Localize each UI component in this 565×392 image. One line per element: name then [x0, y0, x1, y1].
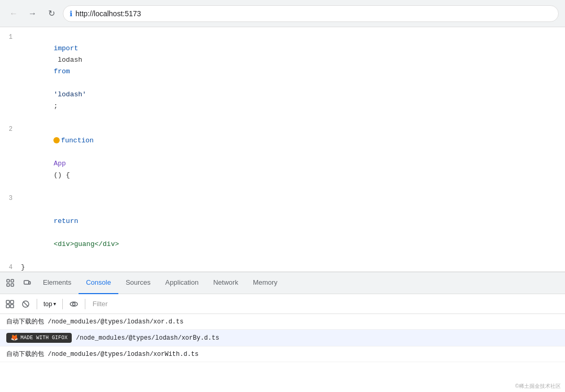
tab-memory[interactable]: Memory: [246, 272, 285, 294]
console-toolbar: top ▾: [0, 294, 565, 314]
code-line-1: 1 import lodash from 'lodash' ;: [0, 31, 565, 124]
devtools-panel: Elements Console Sources Application Net…: [0, 272, 565, 392]
svg-rect-6: [6, 300, 9, 304]
code-line-3: 3 return <div>guang</div>: [0, 193, 565, 262]
device-toolbar-button[interactable]: [19, 275, 36, 292]
line-number-2: 2: [0, 124, 21, 135]
console-log-area: 自动下载的包 /node_modules/@types/lodash/xor.d…: [0, 314, 565, 392]
breakpoint-indicator: [53, 137, 60, 143]
info-icon: ℹ: [70, 9, 72, 18]
log-entry-1: 自动下载的包 /node_modules/@types/lodash/xor.d…: [0, 314, 565, 330]
context-selector[interactable]: top ▾: [41, 299, 58, 309]
tab-elements[interactable]: Elements: [36, 272, 79, 294]
gifox-badge: 🦊 MADE WITH GIFOX: [6, 333, 72, 343]
filter-input[interactable]: [90, 299, 562, 309]
block-icon: [21, 300, 30, 308]
gifox-fox-icon: 🦊: [10, 334, 18, 342]
tab-sources[interactable]: Sources: [118, 272, 158, 294]
forward-button[interactable]: →: [25, 6, 40, 21]
svg-rect-3: [11, 284, 14, 286]
log-text-3: 自动下载的包 /node_modules/@types/lodash/xorWi…: [6, 350, 198, 359]
code-editor: 1 import lodash from 'lodash' ; 2 functi…: [0, 27, 565, 272]
chevron-down-icon: ▾: [53, 301, 56, 307]
svg-rect-0: [7, 279, 9, 282]
svg-rect-2: [11, 279, 14, 282]
line-number-4: 4: [0, 262, 21, 272]
code-line-4: 4 }: [0, 262, 565, 272]
browser-chrome: ← → ↻ ℹ http://localhost:5173: [0, 0, 565, 27]
line-number-3: 3: [0, 193, 21, 204]
log-entry-3: 自动下载的包 /node_modules/@types/lodash/xorWi…: [0, 346, 565, 362]
log-entry-2: 🦊 MADE WITH GIFOX /node_modules/@types/l…: [0, 330, 565, 346]
code-text-1: import lodash from 'lodash' ;: [21, 31, 565, 124]
context-label: top: [43, 300, 52, 308]
eye-button[interactable]: [67, 297, 81, 311]
device-icon: [23, 279, 31, 287]
toolbar-divider: [37, 299, 37, 309]
keyword-import: import: [53, 44, 78, 52]
inspect-icon: [6, 279, 15, 287]
inspect-element-button[interactable]: [2, 275, 19, 292]
devtools-tabbar: Elements Console Sources Application Net…: [0, 272, 565, 294]
watermark: ©稀土掘金技术社区: [515, 383, 561, 390]
svg-rect-1: [7, 284, 9, 286]
code-text-3: return <div>guang</div>: [21, 193, 565, 262]
gifox-label: MADE WITH GIFOX: [20, 335, 68, 341]
tab-application[interactable]: Application: [158, 272, 206, 294]
page-content: 1 import lodash from 'lodash' ; 2 functi…: [0, 27, 565, 272]
address-bar[interactable]: ℹ http://localhost:5173: [63, 5, 559, 22]
svg-rect-7: [6, 305, 9, 308]
log-text-2: /node_modules/@types/lodash/xorBy.d.ts: [76, 334, 219, 342]
keyword-return: return: [53, 217, 78, 225]
tab-network[interactable]: Network: [206, 272, 246, 294]
string-lodash: 'lodash': [53, 91, 86, 98]
url-text: http://localhost:5173: [75, 9, 141, 18]
code-line-2: 2 function App () {: [0, 124, 565, 193]
clear-console-button[interactable]: [3, 297, 17, 311]
tab-console[interactable]: Console: [79, 272, 118, 294]
no-button[interactable]: [19, 297, 32, 311]
svg-rect-8: [10, 300, 14, 304]
jsx-tag: <div>guang</div>: [53, 240, 119, 248]
keyword-from: from: [53, 68, 70, 75]
clear-icon: [6, 300, 14, 308]
code-text-2: function App () {: [21, 124, 565, 193]
svg-rect-5: [29, 282, 30, 284]
svg-line-11: [24, 301, 28, 306]
line-number-1: 1: [0, 31, 21, 43]
back-button[interactable]: ←: [6, 6, 21, 21]
function-name: App: [53, 160, 65, 167]
log-text-1: 自动下载的包 /node_modules/@types/lodash/xor.d…: [6, 317, 183, 326]
toolbar-divider-2: [62, 299, 63, 309]
svg-rect-9: [10, 305, 14, 308]
eye-icon: [70, 300, 78, 308]
keyword-function: function: [61, 137, 93, 144]
svg-point-13: [72, 303, 75, 305]
code-text-4: }: [21, 262, 565, 272]
toolbar-divider-3: [85, 299, 85, 309]
refresh-button[interactable]: ↻: [44, 6, 59, 21]
svg-rect-4: [24, 281, 29, 284]
